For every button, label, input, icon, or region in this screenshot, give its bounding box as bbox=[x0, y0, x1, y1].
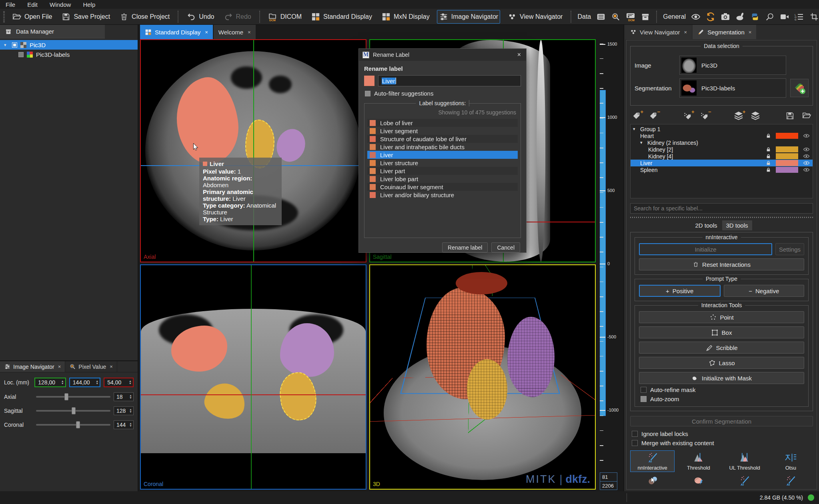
lock-icon[interactable] bbox=[765, 133, 772, 139]
view-navigator-button[interactable]: View Navigator bbox=[505, 10, 565, 24]
close-icon[interactable]: × bbox=[248, 29, 251, 35]
tool-picking[interactable]: Picking bbox=[630, 474, 675, 490]
menu-edit[interactable]: Edit bbox=[27, 1, 38, 8]
open-file-button[interactable]: Open File bbox=[10, 10, 54, 24]
visibility-checkbox[interactable] bbox=[12, 42, 17, 48]
dicom-search-icon[interactable]: DCM bbox=[626, 12, 635, 22]
spin-arrows-icon[interactable]: ▲▼ bbox=[96, 380, 98, 385]
label-group-row-kidney[interactable]: ▾ Kidney (2 instances) bbox=[631, 139, 813, 146]
lock-icon[interactable] bbox=[765, 146, 772, 152]
window-value-field[interactable]: 2206 bbox=[600, 481, 617, 490]
auto-zoom-checkbox[interactable] bbox=[641, 396, 647, 402]
eye-icon[interactable] bbox=[802, 160, 810, 166]
data-search-icon[interactable] bbox=[611, 12, 621, 22]
add-instance-button[interactable]: + bbox=[682, 110, 693, 121]
image-navigator-button[interactable]: Image Navigator bbox=[437, 10, 500, 24]
rename-label-button[interactable]: Rename label bbox=[442, 242, 488, 252]
label-row-kidney2[interactable]: Kidney [2] bbox=[631, 146, 813, 153]
sagittal-slider[interactable] bbox=[36, 410, 110, 412]
label-color-swatch[interactable] bbox=[776, 167, 798, 173]
image-selector[interactable]: Pic3D bbox=[679, 56, 786, 75]
axial-slider[interactable] bbox=[36, 396, 110, 398]
suggestion-item[interactable]: Liver part bbox=[367, 167, 518, 175]
auto-refine-checkbox[interactable] bbox=[641, 387, 647, 393]
tool-monai-label-3d[interactable]: AI MONAI Label 3D bbox=[769, 474, 813, 490]
box-tool-button[interactable]: Box bbox=[639, 326, 804, 338]
segmentation-selector[interactable]: Pic3D-labels bbox=[679, 78, 786, 98]
tool-totalsegmentator[interactable]: AI TotalSegmentator bbox=[723, 474, 767, 490]
label-group-row[interactable]: ▾ Group 1 bbox=[631, 126, 813, 132]
suggestion-item[interactable]: Couinaud liver segment bbox=[367, 183, 518, 191]
label-row-kidney4[interactable]: Kidney [4] bbox=[631, 153, 813, 160]
tab-welcome[interactable]: Welcome × bbox=[214, 25, 256, 39]
close-icon[interactable]: × bbox=[110, 364, 113, 370]
panel-splitter-handle[interactable] bbox=[630, 217, 813, 218]
undo-button[interactable]: Undo bbox=[184, 10, 216, 24]
tool-ul-threshold[interactable]: UL Threshold bbox=[723, 450, 767, 472]
close-project-button[interactable]: Close Project bbox=[117, 10, 172, 24]
screenshot-camera-icon[interactable] bbox=[721, 12, 730, 22]
suggestion-item[interactable]: Liver and intrahepatic bile ducts bbox=[367, 143, 518, 151]
dialog-title-bar[interactable]: M Rename Label × bbox=[359, 49, 526, 61]
close-icon[interactable]: × bbox=[684, 29, 687, 35]
label-row-spleen[interactable]: Spleen bbox=[631, 166, 813, 173]
tab-image-navigator[interactable]: Image Navigator × bbox=[0, 361, 65, 372]
expander-icon[interactable]: ▾ bbox=[633, 126, 638, 132]
eye-icon[interactable] bbox=[802, 133, 810, 139]
suggestion-item-selected[interactable]: Liver bbox=[367, 151, 518, 159]
axial-viewport[interactable]: Axial bbox=[140, 39, 366, 262]
sagittal-value-spinbox[interactable]: 128▲▼ bbox=[114, 406, 134, 415]
scribble-tool-button[interactable]: Scribble bbox=[639, 342, 804, 354]
dicom-button[interactable]: DCM DICOM bbox=[266, 10, 304, 24]
lasso-tool-button[interactable]: Lasso bbox=[639, 357, 804, 369]
tool-threshold[interactable]: Threshold bbox=[676, 450, 721, 472]
label-color-swatch[interactable] bbox=[776, 133, 798, 139]
axial-crosshair-line[interactable] bbox=[141, 394, 366, 395]
label-row-heart[interactable]: Heart bbox=[631, 132, 813, 139]
menu-file[interactable]: File bbox=[6, 1, 15, 8]
slider-handle[interactable] bbox=[76, 421, 80, 428]
tab-3d-tools[interactable]: 3D tools bbox=[722, 220, 752, 230]
data-manager-tab[interactable]: Data Manager bbox=[0, 25, 105, 38]
cancel-button[interactable]: Cancel bbox=[491, 242, 520, 252]
suggestion-item[interactable]: Liver segment bbox=[367, 127, 518, 135]
mxn-display-button[interactable]: MxN Display bbox=[379, 10, 432, 24]
tab-standard-display[interactable]: Standard Display × bbox=[140, 25, 213, 39]
reset-interactions-button[interactable]: Reset Interactions bbox=[639, 258, 804, 270]
coronal-value-spinbox[interactable]: 144▲▼ bbox=[114, 420, 134, 429]
close-icon[interactable]: × bbox=[516, 51, 523, 58]
ignore-label-locks-checkbox[interactable] bbox=[632, 431, 638, 437]
merge-content-checkbox[interactable] bbox=[632, 440, 638, 446]
tab-2d-tools[interactable]: 2D tools bbox=[691, 220, 721, 230]
video-record-icon[interactable] bbox=[780, 12, 789, 22]
tool-growcut[interactable]: GrowCut bbox=[676, 474, 721, 490]
loc-y-spinbox[interactable]: 144,00▲▼ bbox=[69, 378, 101, 387]
tab-segmentation[interactable]: Segmentation × bbox=[693, 25, 756, 39]
suggestion-item[interactable]: Liver and/or biliary structure bbox=[367, 191, 518, 199]
slider-handle[interactable] bbox=[64, 393, 68, 400]
redo-button[interactable]: Redo bbox=[222, 10, 253, 24]
remove-label-button[interactable]: − bbox=[648, 110, 659, 121]
lock-icon[interactable] bbox=[765, 153, 772, 159]
threed-viewport[interactable]: MITK|dkfz. 3D bbox=[369, 264, 596, 490]
label-color-swatch[interactable] bbox=[776, 160, 798, 166]
data-node-pic3d-labels[interactable]: Pic3D-labels bbox=[0, 50, 138, 59]
coronal-viewport[interactable]: Coronal bbox=[140, 264, 366, 490]
coronal-slider[interactable] bbox=[36, 424, 110, 426]
loc-z-spinbox[interactable]: 54,00▲▼ bbox=[104, 378, 134, 387]
python-console-icon[interactable] bbox=[750, 12, 760, 22]
positive-prompt-button[interactable]: +Positive bbox=[639, 285, 721, 297]
lock-icon[interactable] bbox=[765, 160, 772, 166]
tab-pixel-value[interactable]: Pixel Value × bbox=[65, 361, 117, 372]
remove-instance-button[interactable]: − bbox=[699, 110, 710, 121]
spin-arrows-icon[interactable]: ▲▼ bbox=[61, 380, 64, 385]
load-labels-button[interactable] bbox=[801, 110, 812, 121]
data-node-pic3d[interactable]: ▾ Pic3D bbox=[0, 40, 138, 50]
sagittal-crosshair-line[interactable] bbox=[253, 40, 254, 262]
level-value-field[interactable]: 81 bbox=[600, 473, 617, 481]
standard-display-button[interactable]: Standard Display bbox=[309, 10, 374, 24]
reinit-sync-icon[interactable] bbox=[706, 12, 715, 22]
log-console-icon[interactable]: LOG bbox=[795, 12, 804, 22]
label-color-swatch[interactable] bbox=[776, 146, 798, 152]
suggestion-item[interactable]: Liver structure bbox=[367, 159, 518, 167]
